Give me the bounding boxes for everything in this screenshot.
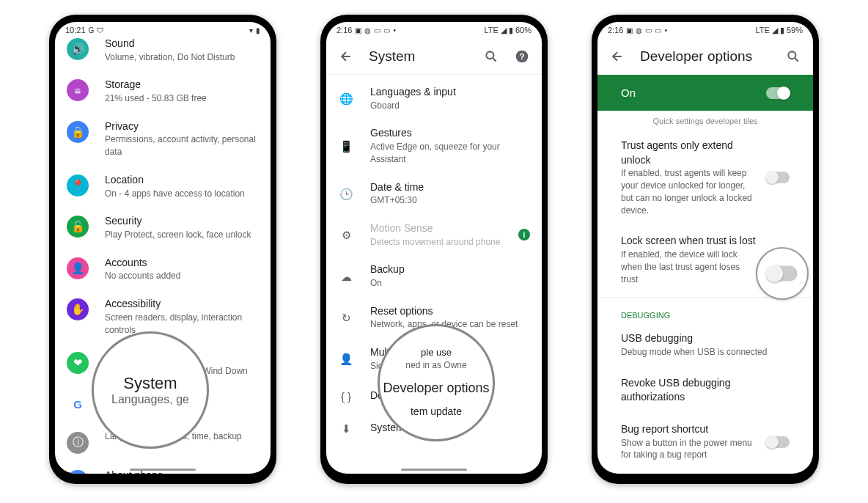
- digital-wellbeing-icon: ❤: [67, 352, 89, 374]
- status-time: 10:21: [65, 26, 86, 34]
- whatsapp-icon: ◍: [364, 26, 371, 34]
- master-toggle-label: On: [621, 87, 636, 99]
- search-icon[interactable]: [483, 48, 499, 65]
- youtube-icon-2: ▭: [655, 26, 661, 34]
- section-header-debugging: DEBUGGING: [597, 301, 813, 323]
- row-sub: Volume, vibration, Do Not Disturb: [105, 51, 259, 64]
- row-title: Security: [105, 214, 259, 229]
- row-title: Gestures: [370, 126, 530, 141]
- row-sub: On - 4 apps have access to location: [105, 188, 259, 200]
- motionsense-icon: ⚙: [338, 227, 354, 243]
- row-sub: Debug mode when USB is connected: [621, 346, 790, 359]
- settings-row-accounts[interactable]: 👤 Accounts No accounts added: [55, 249, 271, 290]
- status-time: 2:16: [608, 26, 623, 34]
- whatsapp-icon: ◍: [636, 26, 642, 34]
- users-icon: 👤: [338, 351, 354, 367]
- row-title: Reset options: [370, 304, 530, 319]
- usb-debugging-toggle-magnified[interactable]: [767, 266, 798, 282]
- dev-options-container[interactable]: On Quick settings developer tiles Trust …: [597, 75, 813, 474]
- location-icon: 📍: [67, 175, 89, 197]
- status-bar: 10:21 G 🛡 ▾ ▮: [55, 22, 271, 38]
- update-icon: ⬇: [338, 421, 354, 437]
- magnifier-system: System Languages, ge: [92, 331, 209, 449]
- system-row-backup[interactable]: ☁ Backup On: [326, 255, 542, 296]
- back-icon[interactable]: [609, 48, 625, 65]
- back-icon[interactable]: [338, 48, 354, 65]
- status-bar: 2:16 ▣ ◍ ▭ ▭ • LTE ◢ ▮ 60%: [326, 22, 542, 38]
- highlight-usb-debugging-toggle: [756, 247, 809, 300]
- app-bar: System ?: [326, 38, 542, 75]
- settings-row-location[interactable]: 📍 Location On - 4 apps have access to lo…: [55, 166, 271, 207]
- row-sub: Show a button in the power menu for taki…: [621, 437, 757, 462]
- about-phone-icon: 📱: [67, 470, 89, 474]
- row-sub: Play Protect, screen lock, face unlock: [105, 229, 259, 241]
- clock-icon: 🕒: [338, 186, 354, 202]
- settings-row-sound[interactable]: 🔊 Sound Volume, vibration, Do Not Distur…: [55, 38, 271, 70]
- row-sub: Screen readers, display, interaction con…: [105, 312, 259, 337]
- row-sub: If enabled, the device will lock when th…: [621, 249, 757, 285]
- security-icon: 🔓: [67, 216, 89, 238]
- magnifier-extra-bot: tem update: [411, 405, 462, 419]
- dev-row-revoke-usb-debugging-authorizations[interactable]: Revoke USB debugging authorizations: [597, 367, 813, 414]
- row-title: Accessibility: [105, 297, 259, 312]
- status-time: 2:16: [336, 26, 352, 34]
- row-title: Privacy: [105, 120, 259, 134]
- row-title: Trust agents only extend unlock: [621, 139, 757, 167]
- cloud-icon: ☁: [338, 269, 354, 285]
- row-title: Motion Sense: [370, 221, 502, 236]
- row-title: USB debugging: [621, 331, 790, 346]
- row-title: Storage: [105, 78, 259, 92]
- help-icon[interactable]: ?: [514, 48, 530, 65]
- wifi-icon: ▾: [249, 26, 253, 34]
- settings-list-container[interactable]: 🔊 Sound Volume, vibration, Do Not Distur…: [55, 38, 271, 474]
- home-indicator[interactable]: [130, 469, 196, 471]
- row-sub: Permissions, account activity, personal …: [105, 133, 259, 158]
- magnifier-developer-options: ple use ned in as Owne Developer options…: [378, 324, 495, 441]
- dev-row-trust-agents-only-extend-unlock[interactable]: Trust agents only extend unlock If enabl…: [597, 130, 813, 225]
- screenshot-icon: ▣: [355, 26, 361, 34]
- more-icon: •: [664, 26, 667, 34]
- battery-icon: ▮: [256, 26, 260, 34]
- dev-row-usb-debugging[interactable]: USB debugging Debug mode when USB is con…: [597, 323, 813, 367]
- master-toggle-bar[interactable]: On: [597, 75, 813, 111]
- toggle[interactable]: [766, 436, 790, 448]
- system-row-motion-sense[interactable]: ⚙ Motion Sense Detects movement around p…: [326, 214, 542, 255]
- phone-2-system: 2:16 ▣ ◍ ▭ ▭ • LTE ◢ ▮ 60% System ?: [320, 15, 548, 484]
- row-title: Languages & input: [370, 85, 530, 100]
- row-sub: Detects movement around phone: [370, 236, 502, 249]
- toggle[interactable]: [766, 172, 790, 183]
- phone-3-screen: 2:16 ▣ ◍ ▭ ▭ • LTE ◢ ▮ 59% Developer opt…: [597, 22, 813, 474]
- svg-point-0: [486, 51, 493, 59]
- braces-icon: { }: [338, 389, 354, 405]
- row-title: Sound: [105, 38, 259, 51]
- settings-row-storage[interactable]: ≡ Storage 21% used - 50.83 GB free: [55, 70, 271, 111]
- reset-icon: ↻: [338, 310, 354, 326]
- settings-row-about-phone[interactable]: 📱 About phone Pixel 4 XL: [55, 461, 271, 474]
- row-title: Date & time: [370, 180, 530, 195]
- settings-row-privacy[interactable]: 🔒 Privacy Permissions, account activity,…: [55, 112, 271, 166]
- app-bar: Developer options: [597, 38, 813, 75]
- more-icon: •: [393, 26, 396, 34]
- system-icon: ⓘ: [67, 432, 89, 454]
- phone-2-screen: 2:16 ▣ ◍ ▭ ▭ • LTE ◢ ▮ 60% System ?: [326, 22, 542, 474]
- search-icon[interactable]: [785, 48, 801, 65]
- settings-row-security[interactable]: 🔓 Security Play Protect, screen lock, fa…: [55, 207, 271, 248]
- home-indicator[interactable]: [401, 469, 467, 471]
- system-row-gestures[interactable]: 📱 Gestures Active Edge on, squeeze for y…: [326, 119, 542, 172]
- system-row-languages-input[interactable]: 🌐 Languages & input Gboard: [326, 78, 542, 119]
- system-list-container[interactable]: 🌐 Languages & input Gboard 📱 Gestures Ac…: [326, 75, 542, 474]
- svg-text:?: ?: [519, 51, 524, 61]
- info-badge[interactable]: i: [518, 229, 530, 241]
- system-row-date-time[interactable]: 🕒 Date & time GMT+05:30: [326, 173, 542, 214]
- row-sub: GMT+05:30: [370, 194, 530, 207]
- magnifier-extra-top: ple use: [421, 346, 452, 359]
- status-shield-icon: 🛡: [97, 26, 104, 34]
- dev-row-select-mock-location-app[interactable]: Select mock location app No mock locatio…: [597, 470, 813, 474]
- dev-row-bug-report-shortcut[interactable]: Bug report shortcut Show a button in the…: [597, 414, 813, 470]
- row-title: Location: [105, 173, 259, 188]
- status-g-icon: G: [89, 26, 95, 34]
- cutoff-row: Quick settings developer tiles: [597, 111, 813, 130]
- master-toggle[interactable]: [766, 87, 790, 99]
- status-right: LTE ◢ ▮ 59%: [755, 26, 803, 35]
- privacy-icon: 🔒: [67, 121, 89, 143]
